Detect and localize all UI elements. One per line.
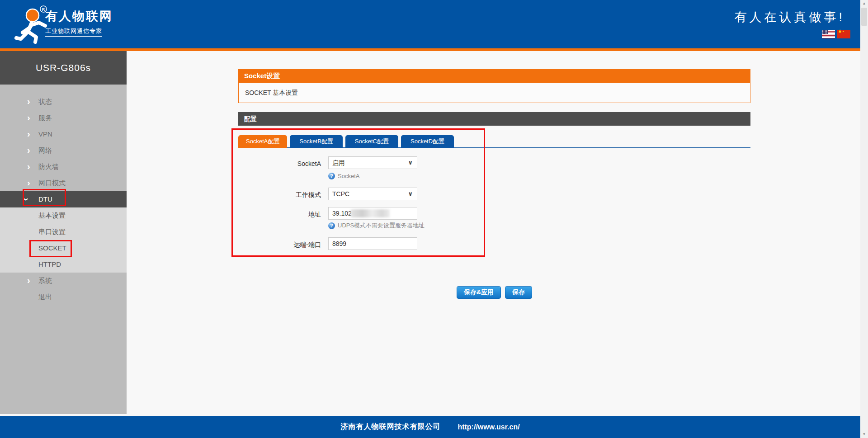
chevron-down-icon: ∨ [408,188,413,200]
scrollbar-thumb[interactable] [861,8,867,26]
chevron-right-icon: › [27,159,30,174]
chevron-right-icon: › [27,273,30,288]
brand-subtitle: 工业物联网通信专家 [45,27,102,37]
sidebar-item-serial-settings[interactable]: 串口设置 [0,224,127,240]
section-subtitle: SOCKET 基本设置 [238,83,750,103]
sidebar-menu: › 状态 › 服务 › VPN › 网络 › 防火墙 › 网口模式 › DTU [0,85,127,305]
sidebar-item-firewall[interactable]: › 防火墙 [0,159,127,175]
language-switcher: ★ ★ [734,30,850,38]
chevron-right-icon: › [27,142,30,158]
address-label: 地址 [226,210,321,219]
us-flag-icon[interactable] [822,30,835,38]
tab-socket-d[interactable]: SocketD配置 [401,135,454,148]
sidebar-item-socket[interactable]: SOCKET [0,240,127,256]
dtu-submenu: 基本设置 串口设置 SOCKET HTTPD [0,207,127,273]
save-button[interactable]: 保存 [505,286,532,299]
socketa-select[interactable]: 启用 ∨ [328,156,417,169]
brand-title: 有人物联网 [45,9,113,24]
scroll-up-icon[interactable]: ▲ [860,0,868,7]
chevron-right-icon: › [27,175,30,190]
slogan-text: 有人在认真做事! [734,9,850,25]
workmode-select[interactable]: TCPC ∨ [328,188,417,200]
chevron-down-icon: › [19,198,35,201]
sidebar-item-dtu[interactable]: › DTU [0,191,127,207]
footer: 济南有人物联网技术有限公司 http://www.usr.cn/ [0,416,860,438]
sidebar-item-service[interactable]: › 服务 [0,110,127,126]
port-input[interactable] [328,237,417,250]
china-flag-icon[interactable]: ★ ★ [837,30,850,38]
footer-url-link[interactable]: http://www.usr.cn/ [458,423,519,431]
chevron-right-icon: › [27,126,30,141]
workmode-label: 工作模式 [226,190,321,199]
sidebar-item-network[interactable]: › 网络 [0,142,127,159]
socketa-label: SocketA [226,159,321,168]
form-buttons: 保存&应用 保存 [238,286,750,299]
address-help: ? UDPS模式不需要设置服务器地址 [328,221,425,230]
tab-socket-b[interactable]: SocketB配置 [290,135,342,148]
help-icon: ? [328,222,335,229]
chevron-right-icon: › [27,110,30,125]
sidebar-item-httpd[interactable]: HTTPD [0,256,127,273]
footer-company: 济南有人物联网技术有限公司 [340,422,440,432]
socketa-help: ? SocketA [328,172,359,180]
help-icon: ? [328,173,335,179]
top-header: R 有人物联网 工业物联网通信专家 有人在认真做事! ★ ★ [0,0,868,48]
config-title-bar: 配置 [238,112,750,126]
sidebar-item-basic-settings[interactable]: 基本设置 [0,207,127,224]
logo-head [26,9,39,22]
star-icon: ★ [842,30,844,33]
sidebar-item-logout[interactable]: 退出 [0,289,127,305]
sidebar-item-system[interactable]: › 系统 [0,273,127,289]
socket-tabs: SocketA配置 SocketB配置 SocketC配置 SocketD配置 [238,135,454,148]
port-label: 远端-端口 [226,240,321,249]
svg-text:R: R [42,7,45,12]
chevron-down-icon: ∨ [408,157,413,169]
scroll-down-icon[interactable]: ▼ [860,431,868,438]
star-icon: ★ [838,29,842,34]
sidebar-item-vpn[interactable]: › VPN [0,126,127,142]
tab-socket-c[interactable]: SocketC配置 [345,135,398,148]
save-apply-button[interactable]: 保存&应用 [457,286,501,299]
device-title: USR-G806s [0,51,127,85]
address-blur-mask [351,209,390,217]
section-title-bar: Socket设置 [238,69,750,83]
sidebar-item-status[interactable]: › 状态 [0,94,127,110]
sidebar-item-portmode[interactable]: › 网口模式 [0,175,127,191]
header-accent-strip [0,48,868,51]
chevron-right-icon: › [27,94,30,109]
tab-socket-a[interactable]: SocketA配置 [238,135,287,148]
vertical-scrollbar[interactable]: ▲ ▼ [860,0,868,438]
sidebar: USR-G806s › 状态 › 服务 › VPN › 网络 › 防火墙 › 网… [0,51,127,414]
